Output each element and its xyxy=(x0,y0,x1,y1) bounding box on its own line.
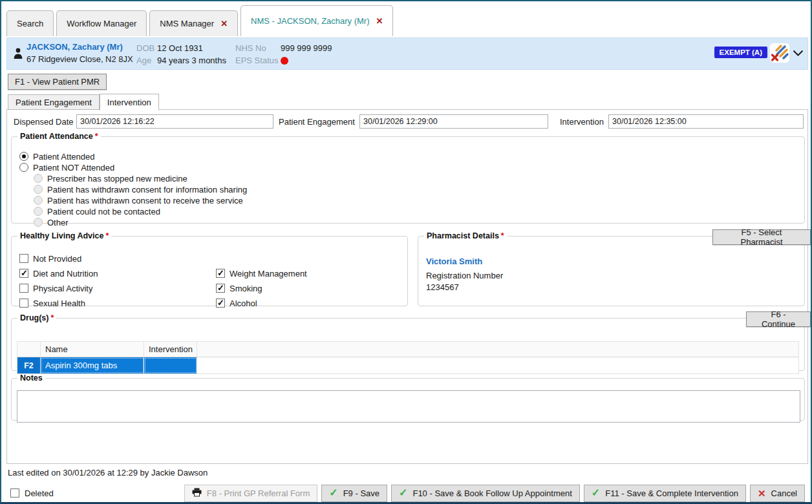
save-button[interactable]: ✓ F9 - Save xyxy=(321,485,387,502)
dispensed-date-label: Dispensed Date xyxy=(14,117,74,127)
checkbox-icon[interactable] xyxy=(19,284,28,293)
patient-engagement-date-input[interactable] xyxy=(359,114,548,129)
row-key-column-header xyxy=(17,342,41,357)
checkbox-diet-nutrition-label: Diet and Nutrition xyxy=(33,269,98,278)
eps-label: EPS Status xyxy=(235,54,281,67)
checkbox-icon[interactable] xyxy=(19,299,28,308)
deleted-checkbox-row[interactable]: Deleted xyxy=(10,488,54,498)
radio-other: Other xyxy=(34,217,247,227)
checkbox-icon[interactable] xyxy=(10,488,19,498)
tab-search-label: Search xyxy=(17,19,43,28)
radio-icon xyxy=(34,174,43,183)
deleted-checkbox-label: Deleted xyxy=(25,488,54,498)
patient-dob-age: DOB12 Oct 1931 Age94 years 3 months xyxy=(136,42,226,67)
save-complete-intervention-button[interactable]: ✓ F11 - Save & Complete Intervention xyxy=(584,485,746,502)
checkbox-smoking[interactable]: Smoking xyxy=(216,283,307,293)
save-complete-intervention-label: F11 - Save & Complete Intervention xyxy=(605,488,738,498)
checkbox-diet-nutrition[interactable]: Diet and Nutrition xyxy=(19,268,98,278)
radio-icon xyxy=(34,185,43,194)
radio-not-contacted-label: Patient could not be contacted xyxy=(47,207,160,216)
checkbox-physical-activity[interactable]: Physical Activity xyxy=(19,283,98,293)
checkbox-not-provided[interactable]: Not Provided xyxy=(19,253,98,264)
drug-intervention-cell[interactable] xyxy=(144,357,197,373)
tab-patient-engagement[interactable]: Patient Engagement xyxy=(8,94,100,110)
table-row[interactable]: F2 Aspirin 300mg tabs xyxy=(17,357,798,373)
footer-button-bar: Deleted F8 - Print GP Referral Form ✓ F9… xyxy=(10,484,805,502)
radio-icon[interactable] xyxy=(19,152,28,161)
required-marker: * xyxy=(501,231,504,240)
tab-workflow-manager-label: Workflow Manager xyxy=(67,19,136,28)
tab-intervention-label: Intervention xyxy=(107,98,151,107)
radio-patient-attended[interactable]: Patient Attended xyxy=(19,151,247,162)
last-edited-text: Last edited on 30/01/2026 at 12:29 by Ja… xyxy=(8,468,208,478)
tab-workflow-manager[interactable]: Workflow Manager xyxy=(56,10,147,36)
notes-input[interactable] xyxy=(17,390,800,423)
checkbox-sexual-health[interactable]: Sexual Health xyxy=(19,298,98,308)
intervention-tab-panel: Dispensed Date Patient Engagement Interv… xyxy=(6,109,808,464)
radio-icon xyxy=(34,196,43,205)
checkbox-icon[interactable] xyxy=(216,284,225,293)
checkbox-icon[interactable] xyxy=(19,254,28,263)
eps-status-red-dot xyxy=(281,57,288,65)
person-icon xyxy=(14,48,23,61)
drug-row-key[interactable]: F2 xyxy=(17,357,41,373)
checkbox-icon[interactable] xyxy=(19,269,28,278)
close-icon[interactable]: ✕ xyxy=(220,19,228,28)
drugs-section: Drug(s)* Name Intervention F2 Aspirin 30… xyxy=(11,313,805,371)
save-book-followup-label: F10 - Save & Book Follow Up Appointment xyxy=(412,488,572,498)
cancel-button[interactable]: ✕ Cancel xyxy=(750,485,805,502)
required-marker: * xyxy=(95,132,98,141)
radio-patient-attended-label: Patient Attended xyxy=(33,152,94,162)
registration-number-value: 1234567 xyxy=(426,282,459,292)
radio-patient-not-attended[interactable]: Patient NOT Attended xyxy=(19,162,247,173)
tab-nms-manager[interactable]: NMS Manager ✕ xyxy=(149,10,238,36)
checkbox-alcohol[interactable]: Alcohol xyxy=(216,298,307,308)
exempt-badge: EXEMPT (A) xyxy=(714,47,767,58)
view-patient-pmr-button[interactable]: F1 - View Patient PMR xyxy=(8,74,107,90)
tab-nms-patient[interactable]: NMS - JACKSON, Zachary (Mr) ✕ xyxy=(240,5,393,36)
pharmacist-name: Victoria Smith xyxy=(426,257,482,266)
checkbox-alcohol-label: Alcohol xyxy=(230,299,257,308)
age-value: 94 years 3 months xyxy=(157,56,226,65)
save-label: F9 - Save xyxy=(343,488,379,498)
healthy-living-advice-section: Healthy Living Advice* Not Provided Diet… xyxy=(11,231,408,306)
radio-withdrawn-info-sharing: Patient has withdrawn consent for inform… xyxy=(34,184,247,194)
dispensed-date-input[interactable] xyxy=(76,114,273,129)
checkbox-icon[interactable] xyxy=(216,269,225,278)
notes-section: Notes xyxy=(11,373,805,421)
checkbox-icon[interactable] xyxy=(216,299,225,308)
radio-icon xyxy=(34,207,43,216)
print-gp-referral-button[interactable]: F8 - Print GP Referral Form xyxy=(184,485,317,502)
radio-icon[interactable] xyxy=(19,163,28,172)
chevron-down-icon[interactable] xyxy=(793,50,804,59)
check-icon: ✓ xyxy=(592,488,600,498)
required-marker: * xyxy=(105,231,109,240)
drugs-table-header: Name Intervention xyxy=(17,342,798,357)
save-book-followup-button[interactable]: ✓ F10 - Save & Book Follow Up Appointmen… xyxy=(391,485,580,502)
registration-number-label: Registration Number xyxy=(426,271,503,280)
smartcard-status-icon[interactable] xyxy=(770,43,789,63)
notes-title: Notes xyxy=(17,373,45,383)
printer-icon xyxy=(192,488,202,499)
tab-intervention[interactable]: Intervention xyxy=(100,94,159,110)
intervention-date-input[interactable] xyxy=(608,114,804,129)
checkbox-smoking-label: Smoking xyxy=(230,284,262,293)
continue-button[interactable]: F6 - Continue xyxy=(746,311,811,327)
close-icon[interactable]: ✕ xyxy=(376,16,383,26)
radio-not-contacted: Patient could not be contacted xyxy=(34,206,247,216)
patient-attendance-section: Patient Attendance* Patient Attended Pat… xyxy=(11,132,805,224)
name-column-header: Name xyxy=(41,342,144,357)
select-pharmacist-button[interactable]: F5 - Select Pharmacist xyxy=(712,229,811,245)
patient-address: 67 Ridgeview Close, N2 8JX xyxy=(27,54,133,64)
patient-banner: JACKSON, Zachary (Mr) 67 Ridgeview Close… xyxy=(6,37,808,70)
radio-prescriber-stopped-label: Prescriber has stopped new medicine xyxy=(47,174,187,184)
cancel-label: Cancel xyxy=(771,488,797,498)
drug-name-cell[interactable]: Aspirin 300mg tabs xyxy=(41,357,144,373)
checkbox-not-provided-label: Not Provided xyxy=(33,254,81,264)
radio-withdrawn-service: Patient has withdrawn consent to receive… xyxy=(34,195,247,205)
tab-search[interactable]: Search xyxy=(6,10,54,36)
checkbox-weight-management[interactable]: Weight Management xyxy=(216,268,307,278)
check-icon: ✓ xyxy=(399,488,407,498)
nhs-value: 999 999 9999 xyxy=(281,43,332,53)
patient-attendance-title: Patient Attendance* xyxy=(17,132,101,141)
